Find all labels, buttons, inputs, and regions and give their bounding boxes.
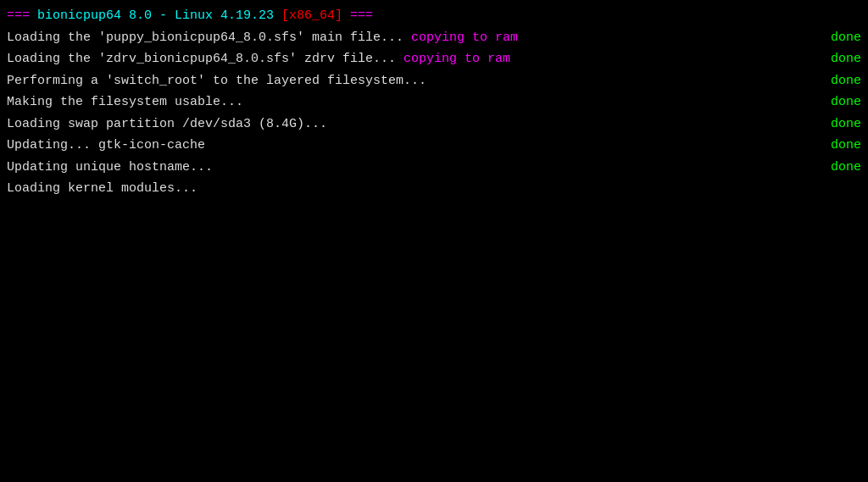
- boot-line-3: Performing a 'switch_root' to the layere…: [7, 70, 861, 92]
- title-bracket-close: ]: [335, 8, 342, 23]
- boot-line-5-done: done: [810, 114, 861, 136]
- title-arch: x86_64: [289, 8, 335, 23]
- title-equals-right: ===: [342, 8, 373, 23]
- boot-line-7-left: Updating unique hostname...: [7, 157, 213, 179]
- boot-line-2: Loading the 'zdrv_bionicpup64_8.0.sfs' z…: [7, 48, 861, 70]
- copying-to-ram-2: copying to ram: [403, 52, 510, 66]
- copying-to-ram-1: copying to ram: [411, 30, 518, 45]
- boot-line-1-done: done: [810, 27, 861, 49]
- boot-line-8: Loading kernel modules...: [7, 178, 861, 200]
- boot-line-3-done: done: [810, 70, 861, 92]
- boot-line-6: Updating... gtk-icon-cache done: [7, 135, 861, 157]
- boot-line-1: Loading the 'puppy_bionicpup64_8.0.sfs' …: [7, 27, 861, 49]
- boot-line-4-done: done: [810, 91, 861, 114]
- boot-line-4-left: Making the filesystem usable...: [7, 91, 243, 114]
- boot-line-2-left: Loading the 'zdrv_bionicpup64_8.0.sfs' z…: [7, 48, 510, 70]
- boot-line-8-left: Loading kernel modules...: [7, 178, 198, 200]
- title-bracket-open: [: [281, 8, 289, 23]
- title-line: === bionicpup64 8.0 - Linux 4.19.23 [x86…: [7, 5, 861, 27]
- boot-line-3-left: Performing a 'switch_root' to the layere…: [7, 70, 426, 92]
- boot-line-7: Updating unique hostname... done: [7, 157, 861, 179]
- boot-line-2-done: done: [810, 48, 861, 70]
- boot-line-7-done: done: [810, 157, 861, 179]
- boot-line-6-left: Updating... gtk-icon-cache: [7, 135, 205, 157]
- title-name: bionicpup64 8.0 - Linux 4.19.23: [37, 8, 281, 23]
- terminal-screen: === bionicpup64 8.0 - Linux 4.19.23 [x86…: [0, 0, 868, 482]
- boot-line-4: Making the filesystem usable... done: [7, 91, 861, 114]
- boot-line-8-done: [810, 178, 861, 200]
- boot-line-1-left: Loading the 'puppy_bionicpup64_8.0.sfs' …: [7, 27, 518, 49]
- boot-line-5-left: Loading swap partition /dev/sda3 (8.4G).…: [7, 114, 327, 136]
- title-equals-left: ===: [7, 8, 37, 23]
- boot-line-6-done: done: [810, 135, 861, 157]
- boot-line-5: Loading swap partition /dev/sda3 (8.4G).…: [7, 114, 861, 136]
